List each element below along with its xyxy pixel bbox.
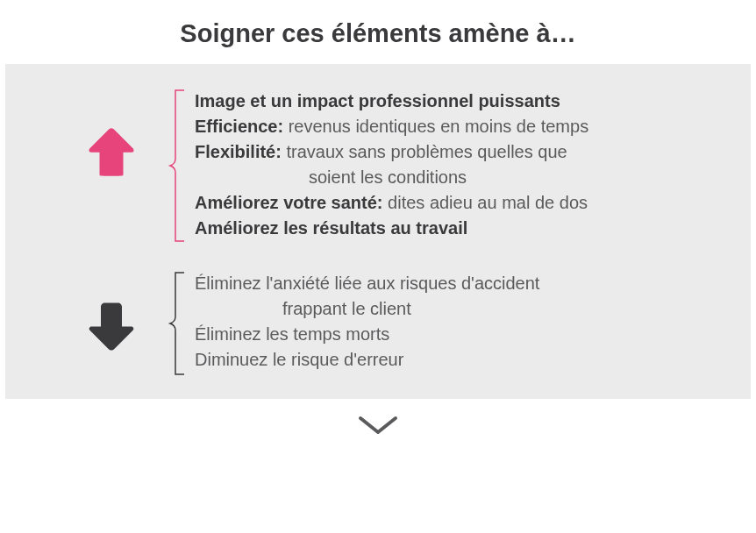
up-line4-label: Améliorez votre santé: xyxy=(195,193,383,212)
up-line3-cont: soient les conditions xyxy=(195,165,716,190)
arrow-down-icon xyxy=(80,294,143,360)
up-line1: Image et un impact professionnel puissan… xyxy=(195,91,560,110)
down-line1-cont: frappant le client xyxy=(195,296,716,322)
down-line1: Éliminez l'anxiété liée aux risques d'ac… xyxy=(195,271,716,296)
down-line2: Éliminez les temps morts xyxy=(195,322,716,347)
up-section: Image et un impact professionnel puissan… xyxy=(5,89,751,246)
page-title: Soigner ces éléments amène à… xyxy=(0,0,756,64)
up-line4-text: dites adieu au mal de dos xyxy=(383,193,588,212)
down-section: Éliminez l'anxiété liée aux risques d'ac… xyxy=(5,271,751,380)
bracket-dark-icon xyxy=(151,364,195,379)
up-line3-label: Flexibilité: xyxy=(195,142,282,161)
down-line3: Diminuez le risque d'erreur xyxy=(195,347,716,373)
up-line2-text: revenus identiques en moins de temps xyxy=(283,117,588,136)
up-line2-label: Efficience: xyxy=(195,117,283,136)
content-panel: Image et un impact professionnel puissan… xyxy=(5,64,751,399)
bracket-pink-icon xyxy=(151,231,195,245)
up-line3-text: travaux sans problèmes quelles que xyxy=(282,142,567,161)
up-line5: Améliorez les résultats au travail xyxy=(195,218,467,238)
chevron-down-icon xyxy=(0,399,756,443)
arrow-up-icon xyxy=(80,122,143,188)
